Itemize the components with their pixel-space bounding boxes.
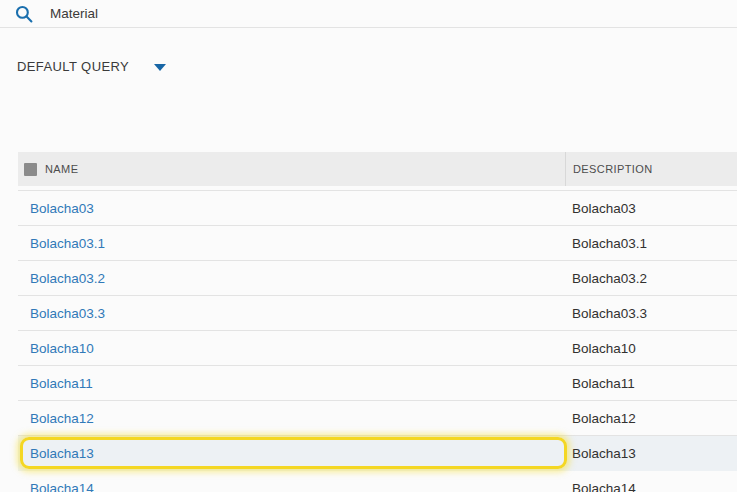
- row-name-cell: Bolacha03.2: [18, 261, 565, 295]
- row-name-cell: Bolacha03.1: [18, 226, 565, 260]
- row-description-cell: Bolacha10: [565, 331, 737, 365]
- row-description-cell: Bolacha03.1: [565, 226, 737, 260]
- table-row[interactable]: Bolacha12 Bolacha12: [18, 401, 737, 436]
- query-selector[interactable]: DEFAULT QUERY: [17, 59, 166, 74]
- row-description-cell: Bolacha03: [565, 191, 737, 225]
- material-link[interactable]: Bolacha03.1: [30, 236, 105, 251]
- row-description-cell: Bolacha11: [565, 366, 737, 400]
- column-header-name[interactable]: NAME: [18, 152, 565, 186]
- material-link[interactable]: Bolacha11: [30, 376, 93, 391]
- row-description-cell: Bolacha03.2: [565, 261, 737, 295]
- column-header-name-label: NAME: [45, 163, 78, 175]
- table-row[interactable]: Bolacha03.2 Bolacha03.2: [18, 261, 737, 296]
- material-link[interactable]: Bolacha13: [30, 446, 94, 461]
- table-row[interactable]: Bolacha03 Bolacha03: [18, 191, 737, 226]
- query-selector-label: DEFAULT QUERY: [17, 59, 129, 74]
- column-header-description-label: DESCRIPTION: [573, 163, 653, 175]
- search-bar: [0, 0, 737, 28]
- table-body: Bolacha03 Bolacha03 Bolacha03.1 Bolacha0…: [18, 190, 737, 492]
- row-description-cell: Bolacha03.3: [565, 296, 737, 330]
- table-header: NAME DESCRIPTION: [18, 152, 737, 186]
- column-header-description[interactable]: DESCRIPTION: [565, 152, 737, 186]
- row-name-cell: Bolacha14: [18, 471, 565, 492]
- row-name-cell: Bolacha12: [18, 401, 565, 435]
- material-link[interactable]: Bolacha03.2: [30, 271, 105, 286]
- material-link[interactable]: Bolacha12: [30, 411, 94, 426]
- row-description-cell: Bolacha14: [565, 471, 737, 492]
- material-link[interactable]: Bolacha10: [30, 341, 94, 356]
- select-all-checkbox[interactable]: [24, 163, 37, 176]
- material-link[interactable]: Bolacha03: [30, 201, 94, 216]
- row-name-cell: Bolacha03.3: [18, 296, 565, 330]
- row-name-cell: Bolacha13: [18, 436, 565, 470]
- table-row[interactable]: Bolacha13 Bolacha13: [18, 436, 737, 471]
- row-name-cell: Bolacha11: [18, 366, 565, 400]
- row-name-cell: Bolacha10: [18, 331, 565, 365]
- material-link[interactable]: Bolacha03.3: [30, 306, 105, 321]
- material-link[interactable]: Bolacha14: [30, 481, 94, 492]
- search-icon[interactable]: [15, 5, 33, 23]
- table-row[interactable]: Bolacha11 Bolacha11: [18, 366, 737, 401]
- results-table: NAME DESCRIPTION Bolacha03 Bolacha03 Bol…: [18, 152, 737, 492]
- row-description-cell: Bolacha12: [565, 401, 737, 435]
- table-row[interactable]: Bolacha10 Bolacha10: [18, 331, 737, 366]
- table-row[interactable]: Bolacha14 Bolacha14: [18, 471, 737, 492]
- row-name-cell: Bolacha03: [18, 191, 565, 225]
- row-description-cell: Bolacha13: [565, 436, 737, 470]
- table-row[interactable]: Bolacha03.1 Bolacha03.1: [18, 226, 737, 261]
- search-input[interactable]: [50, 6, 470, 21]
- chevron-down-icon[interactable]: [154, 64, 166, 71]
- table-row[interactable]: Bolacha03.3 Bolacha03.3: [18, 296, 737, 331]
